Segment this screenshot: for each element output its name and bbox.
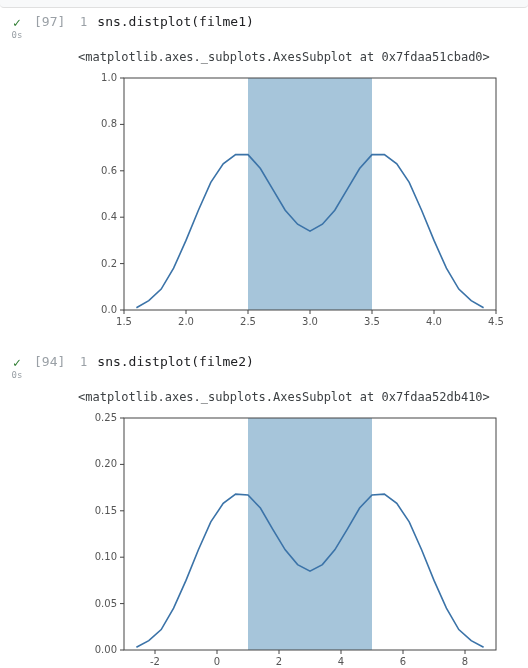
svg-text:1.5: 1.5 — [116, 316, 132, 327]
cell-divider — [0, 0, 528, 8]
distplot-filme1: 0.00.20.40.60.81.01.52.02.53.03.54.04.5 — [78, 70, 508, 334]
distplot-filme2: 0.000.050.100.150.200.25-202468 — [78, 410, 508, 668]
code-text[interactable]: sns.distplot(filme1) — [97, 14, 254, 29]
check-icon: ✓ — [0, 356, 34, 369]
cell-gutter: ✓ 0s — [0, 354, 34, 380]
svg-text:0.2: 0.2 — [101, 258, 117, 269]
exec-count: [97] — [34, 14, 65, 29]
check-icon: ✓ — [0, 16, 34, 29]
output-block: <matplotlib.axes._subplots.AxesSubplot a… — [78, 390, 528, 668]
svg-text:6: 6 — [400, 656, 406, 667]
svg-text:0.4: 0.4 — [101, 211, 117, 222]
svg-rect-0 — [248, 78, 372, 310]
svg-text:0.0: 0.0 — [101, 304, 117, 315]
svg-text:0.8: 0.8 — [101, 118, 117, 129]
exec-time: 0s — [0, 370, 34, 380]
code-text[interactable]: sns.distplot(filme2) — [97, 354, 254, 369]
exec-count: [94] — [34, 354, 65, 369]
line-number: 1 — [75, 355, 87, 369]
output-repr: <matplotlib.axes._subplots.AxesSubplot a… — [78, 390, 528, 404]
svg-text:3.5: 3.5 — [364, 316, 380, 327]
exec-time: 0s — [0, 30, 34, 40]
line-number: 1 — [75, 15, 87, 29]
svg-text:1.0: 1.0 — [101, 72, 117, 83]
svg-text:0.05: 0.05 — [95, 598, 117, 609]
svg-text:0.10: 0.10 — [95, 551, 117, 562]
svg-text:2.5: 2.5 — [240, 316, 256, 327]
svg-text:0: 0 — [214, 656, 220, 667]
svg-text:8: 8 — [462, 656, 468, 667]
code-cell: ✓ 0s [94] 1 sns.distplot(filme2) — [0, 350, 528, 380]
svg-text:0.00: 0.00 — [95, 644, 117, 655]
svg-text:2.0: 2.0 — [178, 316, 194, 327]
svg-text:4.5: 4.5 — [488, 316, 504, 327]
code-row[interactable]: [94] 1 sns.distplot(filme2) — [34, 354, 528, 369]
cell-gutter: ✓ 0s — [0, 14, 34, 40]
svg-text:2: 2 — [276, 656, 282, 667]
code-row[interactable]: [97] 1 sns.distplot(filme1) — [34, 14, 528, 29]
svg-text:0.15: 0.15 — [95, 505, 117, 516]
svg-rect-28 — [248, 418, 372, 650]
output-repr: <matplotlib.axes._subplots.AxesSubplot a… — [78, 50, 528, 64]
svg-text:0.25: 0.25 — [95, 412, 117, 423]
svg-text:3.0: 3.0 — [302, 316, 318, 327]
svg-text:0.6: 0.6 — [101, 165, 117, 176]
svg-text:4.0: 4.0 — [426, 316, 442, 327]
svg-text:4: 4 — [338, 656, 344, 667]
output-block: <matplotlib.axes._subplots.AxesSubplot a… — [78, 50, 528, 334]
svg-text:0.20: 0.20 — [95, 458, 117, 469]
svg-text:-2: -2 — [150, 656, 160, 667]
code-cell: ✓ 0s [97] 1 sns.distplot(filme1) — [0, 10, 528, 40]
